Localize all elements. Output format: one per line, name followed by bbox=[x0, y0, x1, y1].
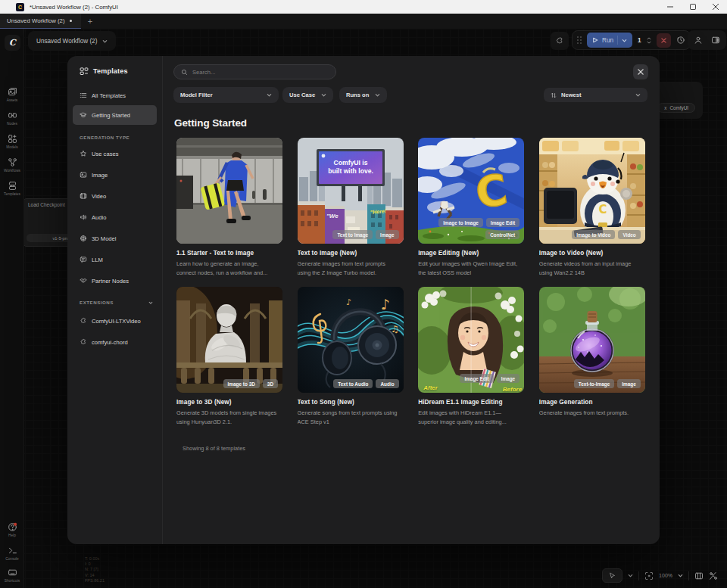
svg-text:"We: "We bbox=[326, 213, 339, 219]
nav-getting-started[interactable]: Getting Started bbox=[73, 105, 157, 125]
nav-comfyui-ltxvideo[interactable]: ComfyUI-LTXVideo bbox=[73, 310, 157, 331]
templates-grid: 1.1 Starter - Text to Image Learn how to… bbox=[176, 138, 645, 427]
pointer-tool-button[interactable] bbox=[602, 568, 622, 583]
zoom-level[interactable]: 100% bbox=[659, 573, 672, 578]
template-card-text-to-image[interactable]: ComfyUI is built with love. bbox=[298, 138, 404, 278]
console-icon bbox=[8, 546, 17, 555]
close-dialog-button[interactable] bbox=[633, 64, 648, 79]
before-label: Before bbox=[503, 386, 522, 393]
sidebar-item-shortcuts[interactable]: Shortcuts bbox=[0, 568, 24, 583]
nav-video[interactable]: Video bbox=[73, 185, 157, 207]
run-count-value[interactable]: 1 bbox=[638, 37, 641, 44]
nav-use-cases[interactable]: Use cases bbox=[73, 143, 157, 164]
maximize-button[interactable] bbox=[682, 0, 704, 14]
template-card-starter-text-to-image[interactable]: 1.1 Starter - Text to Image Learn how to… bbox=[176, 138, 282, 278]
template-thumbnail: After Before Image Edit Image bbox=[418, 287, 524, 393]
templates-dialog: Templates All Templates Getting Started … bbox=[67, 56, 660, 544]
extension-manager-button[interactable] bbox=[551, 32, 569, 50]
history-icon[interactable] bbox=[676, 36, 685, 45]
svg-text:ComfyUI is: ComfyUI is bbox=[333, 159, 367, 166]
sidebar-item-models[interactable]: Models bbox=[0, 134, 24, 149]
nav-3d-model[interactable]: 3D Model bbox=[73, 228, 157, 249]
nav-image[interactable]: Image bbox=[73, 164, 157, 185]
extensions-chevron-icon bbox=[148, 300, 153, 305]
sidebar-item-templates[interactable]: Templates bbox=[0, 181, 24, 196]
sidebar-item-help[interactable]: Help bbox=[0, 522, 24, 537]
film-icon bbox=[80, 192, 87, 200]
comfyui-logo[interactable]: C bbox=[5, 35, 20, 51]
nav-audio[interactable]: Audio bbox=[73, 207, 157, 228]
template-thumbnail: Image to 3D 3D bbox=[176, 287, 282, 393]
template-description: Generate songs from text prompts using A… bbox=[298, 409, 398, 427]
template-title: HiDream E1.1 Image Editing bbox=[418, 399, 524, 406]
badge: Text-to-Image bbox=[574, 379, 614, 388]
template-thumbnail: ComfyUI is built with love. bbox=[298, 138, 404, 244]
tool-chevron-icon[interactable] bbox=[628, 573, 633, 578]
sort-icon bbox=[551, 92, 557, 98]
new-tab-button[interactable]: + bbox=[81, 14, 99, 29]
sidebar-item-nodes[interactable]: Nodes bbox=[0, 110, 24, 126]
sidebar-item-workflows[interactable]: Workflows bbox=[0, 157, 24, 173]
badge: Image to Video bbox=[572, 230, 615, 239]
chevron-down-icon bbox=[635, 92, 641, 98]
sort-dropdown[interactable]: Newest bbox=[544, 88, 647, 102]
window-titlebar: C *Unsaved Workflow (2) - ComfyUI bbox=[0, 0, 727, 14]
handshake-icon bbox=[80, 277, 87, 285]
nav-comfyui-chord[interactable]: comfyui-chord bbox=[73, 331, 157, 353]
runs-on-dropdown[interactable]: Runs on bbox=[339, 87, 387, 103]
svg-text:built with love.: built with love. bbox=[328, 167, 373, 175]
run-button[interactable]: Run bbox=[587, 33, 632, 48]
nav-llm[interactable]: LLM bbox=[73, 249, 157, 270]
close-icon bbox=[638, 69, 644, 75]
sidebar-item-console[interactable]: Console bbox=[0, 546, 24, 561]
app-icon: C bbox=[16, 3, 24, 11]
badge: Image Edit bbox=[486, 218, 520, 227]
drag-handle[interactable] bbox=[577, 36, 582, 44]
workflow-title-menu[interactable]: Unsaved Workflow (2) bbox=[28, 31, 116, 51]
minimap-icon[interactable] bbox=[694, 571, 704, 580]
template-card-image-generation[interactable]: Text-to-Image Image Image Generation Gen… bbox=[539, 287, 645, 427]
template-title: 1.1 Starter - Text to Image bbox=[176, 250, 282, 257]
nav-partner-nodes[interactable]: Partner Nodes bbox=[73, 270, 157, 291]
template-card-text-to-song[interactable]: ♪♫♪ Text to Audio Audio Text to Song (Ne… bbox=[298, 287, 404, 427]
chevron-down-icon bbox=[321, 92, 326, 98]
after-label: After bbox=[423, 384, 438, 391]
minimize-button[interactable] bbox=[659, 0, 682, 14]
template-description: Generate images from text prompts. bbox=[539, 409, 640, 427]
template-thumbnail: C Image to Image Image Edit bbox=[418, 138, 524, 244]
template-card-hidream-image-editing[interactable]: After Before Image Edit Image HiDream E1… bbox=[418, 287, 524, 427]
template-description: Edit your images with Qwen Image Edit, t… bbox=[418, 260, 519, 278]
badge: 3D bbox=[263, 379, 278, 388]
user-icon[interactable] bbox=[694, 36, 703, 45]
window-title: *Unsaved Workflow (2) - ComfyUI bbox=[30, 4, 118, 11]
close-window-button[interactable] bbox=[704, 0, 727, 14]
workflow-tab[interactable]: Unsaved Workflow (2) bbox=[0, 14, 81, 29]
template-search-input[interactable]: Search... bbox=[173, 64, 336, 79]
run-count-stepper[interactable] bbox=[647, 37, 651, 44]
nav-all-templates[interactable]: All Templates bbox=[73, 86, 157, 105]
workflow-tabbar: Unsaved Workflow (2) + bbox=[0, 14, 727, 29]
puzzle-icon bbox=[555, 36, 564, 45]
model-filter-dropdown[interactable]: Model Filter bbox=[173, 87, 279, 103]
chat-icon bbox=[80, 256, 87, 263]
use-case-dropdown[interactable]: Use Case bbox=[282, 87, 333, 103]
panel-toggle-icon[interactable] bbox=[711, 36, 720, 45]
sidebar-item-assets[interactable]: Assets bbox=[0, 87, 24, 102]
app-window: C *Unsaved Workflow (2) - ComfyUI Unsave… bbox=[0, 0, 727, 588]
canvas-controls: 100% bbox=[602, 568, 718, 583]
template-card-image-editing[interactable]: C Image to Image Image Edit bbox=[418, 138, 524, 278]
workflows-icon bbox=[8, 157, 17, 167]
zoom-chevron-icon[interactable] bbox=[678, 573, 683, 578]
run-options-chevron-icon[interactable] bbox=[622, 38, 627, 43]
unsaved-dot-icon bbox=[70, 20, 73, 23]
extensions-label[interactable]: EXTENSIONS bbox=[80, 300, 162, 305]
template-card-image-to-video[interactable]: C Image to Video Video bbox=[539, 138, 645, 278]
fit-view-icon[interactable] bbox=[644, 571, 654, 580]
badge: Image bbox=[497, 374, 520, 383]
cancel-run-button[interactable] bbox=[657, 33, 671, 48]
chevron-down-icon bbox=[267, 92, 272, 98]
templates-header: Templates bbox=[67, 56, 162, 76]
toggle-links-icon[interactable] bbox=[709, 571, 718, 580]
search-placeholder: Search... bbox=[192, 69, 215, 76]
template-card-image-to-3d[interactable]: Image to 3D 3D Image to 3D (New) Generat… bbox=[176, 287, 282, 427]
